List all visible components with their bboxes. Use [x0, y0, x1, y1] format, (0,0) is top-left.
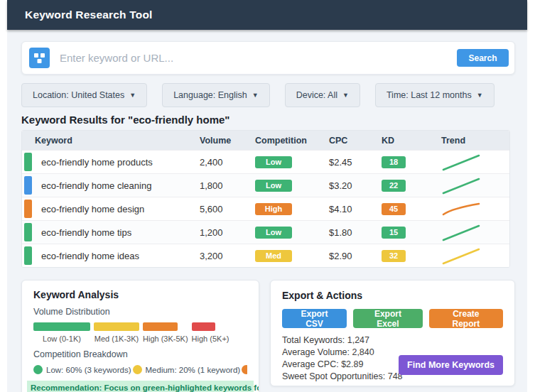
kd-badge: 22 [382, 180, 406, 192]
table-row[interactable]: eco-friendly home tips 1,200 Low $1.80 1… [22, 220, 509, 244]
recommendation-banner: Recommendation: Focus on green-highlight… [27, 381, 254, 392]
keyword-text: eco-friendly home ideas [41, 251, 139, 261]
app-title: Keyword Research Tool [25, 9, 153, 21]
trend-line [443, 156, 479, 170]
column-header-volume: Volume [200, 136, 255, 146]
cpc-value: $4.10 [329, 204, 382, 214]
volume-value: 3,200 [200, 251, 255, 261]
cpc-value: $1.80 [329, 227, 382, 238]
volume-segment-bar [143, 322, 178, 331]
column-header-trend: Trend [441, 136, 509, 146]
volume-segment-bar [192, 322, 215, 331]
competition-breakdown-label: Competition Breakdown [33, 349, 247, 359]
keyword-text: eco-friendly home tips [41, 227, 131, 238]
volume-value: 2,400 [200, 157, 255, 168]
export-buttons-row: Export CSV Export Excel Create Report [282, 309, 503, 328]
column-header-cpc: CPC [329, 136, 382, 146]
search-button[interactable]: Search [457, 49, 509, 67]
breakdown-item: Medium: 20% (1 keyword) [133, 365, 241, 374]
app-window: Keyword Research Tool Search Location: U… [7, 0, 527, 392]
trend-sparkline [441, 175, 509, 195]
keyword-search-input[interactable] [50, 52, 457, 64]
kd-badge: 45 [382, 203, 406, 215]
device-filter-dropdown[interactable]: Device: All ▼ [285, 83, 360, 107]
table-row[interactable]: eco-friendly home products 2,400 Low $2.… [22, 150, 509, 173]
row-accent-bar [24, 246, 32, 265]
location-filter-dropdown[interactable]: Location: United States ▼ [21, 83, 147, 107]
volume-segment: High (5K+) [192, 322, 229, 343]
chevron-down-icon: ▼ [342, 92, 349, 99]
trend-sparkline [441, 152, 509, 172]
keyword-results-table: Keyword Volume Competition CPC KD Trend … [21, 130, 510, 268]
breakdown-item-label: Low: 60% (3 keywords) [46, 366, 131, 374]
trend-sparkline [441, 246, 509, 266]
row-accent-bar [24, 223, 32, 241]
volume-segment-bar [33, 322, 90, 331]
create-report-button[interactable]: Create Report [429, 309, 503, 328]
trend-sparkline [441, 199, 509, 219]
app-header: Keyword Research Tool [7, 0, 527, 30]
row-accent-bar [24, 176, 32, 195]
breakdown-item: Low: 60% (3 keywords) [33, 365, 131, 374]
bottom-panels: Keyword Analysis Volume Distribution Low… [21, 280, 515, 392]
chevron-down-icon: ▼ [129, 92, 136, 99]
export-excel-button[interactable]: Export Excel [353, 309, 423, 328]
competition-badge: High [255, 203, 292, 215]
row-accent-bar [24, 153, 32, 171]
competition-breakdown-legend: Low: 60% (3 keywords) Medium: 20% (1 key… [33, 365, 247, 374]
find-more-keywords-button[interactable]: Find More Keywords [399, 355, 503, 375]
volume-value: 1,800 [200, 180, 255, 191]
keyword-analysis-card: Keyword Analysis Volume Distribution Low… [21, 280, 259, 392]
competition-badge: Low [255, 227, 292, 239]
column-header-keyword: Keyword [24, 136, 200, 146]
competition-badge: Low [255, 180, 292, 192]
table-row[interactable]: eco-friendly home ideas 3,200 Med $2.90 … [22, 244, 509, 267]
device-filter-label: Device: All [296, 90, 337, 100]
volume-segment-label: High (5K+) [192, 334, 229, 343]
keyword-text: eco-friendly home products [41, 157, 153, 168]
cpc-value: $3.20 [329, 180, 382, 191]
volume-value: 1,200 [200, 227, 255, 238]
stat-total-keywords: Total Keywords: 1,247 [282, 334, 503, 347]
time-filter-label: Time: Last 12 months [387, 90, 472, 100]
table-row[interactable]: eco-friendly home design 5,600 High $4.1… [22, 197, 509, 220]
trend-line [443, 204, 479, 214]
competition-badge: Med [255, 250, 292, 262]
kd-badge: 15 [382, 227, 406, 239]
language-filter-label: Language: English [173, 90, 247, 100]
legend-dot-icon [33, 365, 43, 374]
volume-segment-label: High (3K-5K) [143, 334, 188, 343]
trend-line [443, 226, 479, 240]
legend-dot-icon [242, 365, 247, 374]
column-header-kd: KD [382, 136, 441, 146]
results-heading: Keyword Results for "eco-friendly home" [21, 114, 527, 126]
search-bar: Search [21, 41, 515, 75]
chevron-down-icon: ▼ [252, 92, 259, 99]
breakdown-item-label: Medium: 20% (1 keyword) [146, 366, 241, 374]
kd-badge: 18 [382, 156, 406, 168]
kd-badge: 32 [382, 250, 406, 262]
keyword-text: eco-friendly home cleaning [41, 180, 151, 191]
language-filter-dropdown[interactable]: Language: English ▼ [162, 83, 269, 107]
export-title: Export & Actions [282, 290, 503, 301]
volume-segment-bar [94, 322, 139, 331]
volume-distribution-label: Volume Distribution [33, 307, 247, 317]
grid-dots-icon [29, 48, 50, 68]
trend-line [443, 249, 479, 263]
cpc-value: $2.90 [329, 251, 382, 261]
analysis-title: Keyword Analysis [33, 289, 247, 300]
row-accent-bar [24, 200, 32, 218]
export-csv-button[interactable]: Export CSV [282, 309, 347, 328]
table-row[interactable]: eco-friendly home cleaning 1,800 Low $3.… [22, 173, 509, 197]
cpc-value: $2.45 [329, 157, 382, 168]
volume-value: 5,600 [200, 204, 255, 214]
table-header-row: Keyword Volume Competition CPC KD Trend [22, 131, 509, 150]
volume-segment-label: Low (0-1K) [33, 334, 90, 343]
volume-segment: Med (1K-3K) [94, 322, 139, 343]
column-header-competition: Competition [255, 136, 329, 146]
volume-segment: Low (0-1K) [33, 322, 90, 343]
filter-bar: Location: United States ▼ Language: Engl… [21, 83, 515, 107]
keyword-text: eco-friendly home design [41, 204, 144, 214]
trend-line [443, 179, 479, 193]
time-filter-dropdown[interactable]: Time: Last 12 months ▼ [375, 83, 495, 107]
